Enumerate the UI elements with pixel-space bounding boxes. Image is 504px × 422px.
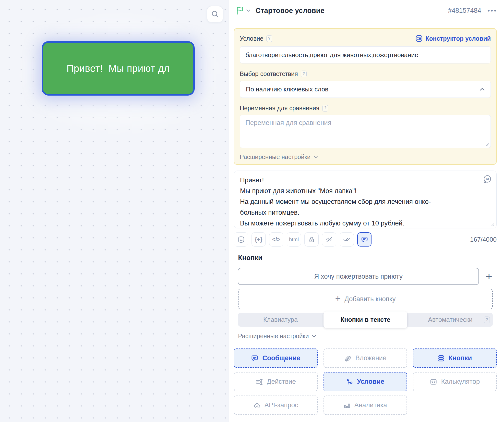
palette-item-label: Условие — [357, 378, 384, 385]
search-icon — [211, 10, 219, 18]
action-icon — [255, 378, 263, 385]
svg-text:AI: AI — [486, 177, 489, 181]
html-button[interactable]: html — [287, 232, 301, 247]
editor-toolbar: {+} </> html — [234, 232, 497, 247]
buttons-advanced-settings-toggle[interactable]: Расширенные настройки — [238, 333, 316, 340]
flow-node-label: Привет! Мы приют дл — [67, 63, 170, 74]
variable-label: Переменная для сравнения — [240, 105, 319, 112]
match-type-help-icon[interactable]: ? — [301, 71, 307, 77]
html-icon: html — [289, 236, 299, 242]
chevron-down-icon — [246, 9, 251, 12]
card-advanced-settings-label: Расширенные настройки — [240, 153, 311, 161]
condition-constructor-link[interactable]: Конструктор условий — [416, 35, 491, 42]
match-type-label: Выбор соответствия — [240, 70, 298, 77]
condition-icon — [346, 378, 353, 385]
canvas-search-button[interactable] — [207, 6, 223, 22]
emoji-icon — [238, 236, 245, 243]
tab-buttons-in-text[interactable]: Кнопки в тексте — [323, 316, 408, 323]
add-button-plus-icon[interactable]: + — [485, 271, 493, 282]
node-settings-panel: Стартовое условие #48157484 ••• Условие … — [228, 0, 504, 422]
tabs-help-icon[interactable]: ? — [484, 316, 490, 323]
variable-icon: {+} — [255, 236, 262, 243]
variable-button[interactable]: {+} — [252, 232, 266, 247]
chevron-up-icon — [480, 88, 485, 91]
analytics-icon — [344, 402, 350, 409]
palette-item-label: Сообщение — [262, 354, 300, 362]
api-cloud-icon — [253, 402, 261, 409]
double-check-icon — [343, 236, 350, 243]
calculator-icon — [430, 378, 437, 385]
palette-item-label: Аналитика — [354, 401, 387, 409]
palette-item-buttons[interactable]: Кнопки — [413, 348, 497, 368]
palette-item-analytics[interactable]: Аналитика — [324, 396, 407, 415]
palette-item-action[interactable]: Действие — [234, 372, 318, 391]
buttons-section: Кнопки Я хочу пожертвовать приюту + + До… — [238, 254, 493, 340]
palette-item-api-request[interactable]: API-запрос — [234, 396, 318, 415]
plus-icon: + — [335, 293, 340, 304]
variable-help-icon[interactable]: ? — [322, 105, 328, 112]
palette-item-label: Калькулятор — [441, 378, 480, 385]
panel-title: Стартовое условие — [255, 7, 324, 15]
panel-header: Стартовое условие #48157484 ••• — [228, 0, 504, 21]
palette-item-label: Действие — [267, 378, 296, 385]
buttons-stack-icon — [438, 355, 444, 362]
ai-assistant-button[interactable]: AI — [482, 174, 493, 185]
code-icon: </> — [272, 236, 280, 243]
chevron-down-icon — [312, 335, 316, 338]
sound-off-icon — [326, 236, 333, 243]
keywords-input[interactable] — [240, 46, 491, 63]
variable-textarea[interactable] — [245, 119, 485, 144]
palette-item-label: API-запрос — [264, 401, 298, 409]
lock-icon — [308, 236, 315, 243]
code-button[interactable]: </> — [269, 232, 283, 247]
sound-off-button[interactable] — [322, 232, 336, 247]
tab-automatic[interactable]: Автоматически — [408, 316, 493, 323]
button-mode-tabs: Клавиатура Кнопки в тексте Автоматически… — [238, 313, 493, 327]
flow-canvas[interactable]: Привет! Мы приют дл — [0, 0, 228, 422]
emoji-button[interactable] — [234, 232, 248, 247]
more-menu-button[interactable]: ••• — [488, 7, 497, 14]
message-editor[interactable]: Привет! Мы приют для животных "Моя лапка… — [234, 171, 497, 228]
chat-button-donate[interactable]: Я хочу пожертвовать приюту — [238, 268, 479, 285]
palette-item-label: Вложение — [355, 354, 386, 362]
add-button[interactable]: + Добавить кнопку — [238, 289, 493, 309]
double-check-button[interactable] — [340, 232, 354, 247]
condition-label: Условие — [240, 35, 264, 42]
node-palette: Сообщение Вложение Кнопки — [234, 348, 497, 415]
lock-button[interactable] — [304, 232, 319, 247]
constructor-link-label: Конструктор условий — [425, 35, 491, 42]
message-bubble-button[interactable] — [357, 232, 372, 247]
palette-item-message[interactable]: Сообщение — [234, 348, 318, 368]
palette-item-condition[interactable]: Условие — [324, 372, 407, 391]
card-advanced-settings-toggle[interactable]: Расширенные настройки — [240, 153, 318, 161]
start-flag-dropdown[interactable] — [236, 6, 251, 15]
constructor-icon — [416, 35, 422, 42]
add-button-label: Добавить кнопку — [345, 295, 396, 303]
palette-item-label: Кнопки — [448, 354, 472, 362]
buttons-heading: Кнопки — [238, 254, 493, 262]
buttons-advanced-settings-label: Расширенные настройки — [238, 333, 309, 340]
chevron-down-icon — [313, 156, 318, 159]
char-counter: 167/4000 — [470, 236, 497, 243]
condition-help-icon[interactable]: ? — [266, 35, 272, 42]
tab-keyboard[interactable]: Клавиатура — [238, 316, 323, 323]
attachment-icon — [344, 355, 351, 362]
message-bubble-icon — [251, 355, 258, 362]
resize-grip-icon[interactable] — [486, 143, 489, 146]
condition-card: Условие ? Конструктор условий Выбор соот… — [234, 28, 497, 165]
match-type-select[interactable]: По наличию ключевых слов — [240, 81, 491, 98]
chat-button-label: Я хочу пожертвовать приюту — [314, 273, 403, 280]
resize-grip-icon[interactable] — [491, 223, 494, 226]
node-id: #48157484 — [448, 7, 481, 14]
palette-item-calculator[interactable]: Калькулятор — [413, 372, 497, 391]
match-type-value: По наличию ключевых слов — [246, 86, 328, 93]
flow-node-start-message[interactable]: Привет! Мы приют дл — [42, 41, 195, 96]
message-bubble-icon — [361, 236, 368, 243]
variable-textarea-wrap — [240, 115, 491, 148]
palette-item-attachment[interactable]: Вложение — [324, 348, 407, 368]
message-text[interactable]: Привет! Мы приют для животных "Моя лапка… — [240, 175, 479, 229]
flag-icon — [236, 6, 244, 15]
